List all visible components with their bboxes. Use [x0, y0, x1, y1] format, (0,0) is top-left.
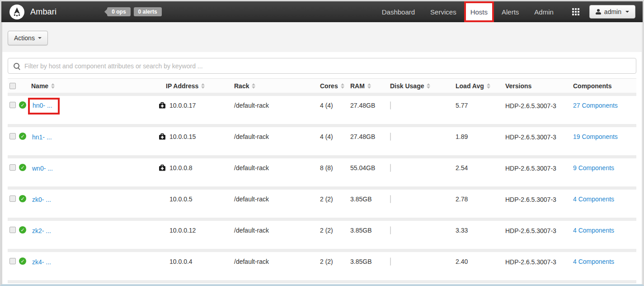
- column-header-rack[interactable]: Rack: [230, 82, 316, 90]
- host-name-link[interactable]: hn0- ...: [33, 102, 52, 109]
- nav-link-services[interactable]: Services: [423, 1, 464, 22]
- host-version: HDP-2.6.5.3007-3: [505, 195, 556, 205]
- actions-toolbar: Actions: [2, 22, 642, 52]
- host-ip: 10.0.0.15: [169, 132, 196, 142]
- table-row: ✓ zk2- ... 10.0.0.12 /default-rack 2 (2)…: [8, 221, 636, 252]
- host-ram: 27.48GB: [346, 132, 386, 142]
- brand-title: Ambari: [30, 7, 56, 17]
- host-ip: 10.0.0.8: [169, 163, 193, 173]
- host-name-link[interactable]: hn1- ...: [32, 133, 52, 141]
- sort-icon[interactable]: [252, 83, 255, 89]
- actions-label: Actions: [14, 34, 35, 42]
- status-badges: 0 ops 0 alerts: [107, 7, 161, 16]
- host-name-wrap: zk2- ...: [31, 226, 52, 236]
- top-navbar: Ambari 0 ops 0 alerts DashboardServicesH…: [1, 1, 643, 22]
- sort-icon[interactable]: [341, 83, 344, 89]
- row-checkbox[interactable]: [9, 258, 16, 264]
- host-ram: 3.85GB: [346, 257, 386, 267]
- sort-icon[interactable]: [427, 83, 430, 89]
- column-header-versions[interactable]: Versions: [502, 82, 569, 90]
- host-cores: 2 (2): [316, 195, 346, 204]
- components-link[interactable]: 9 Components: [573, 164, 614, 172]
- host-ram: 3.85GB: [346, 226, 386, 235]
- host-name-link[interactable]: zk4- ...: [32, 258, 51, 266]
- host-ram: 55.04GB: [346, 163, 386, 173]
- health-ok-icon: ✓: [19, 257, 26, 265]
- disk-usage-bar: [390, 164, 391, 172]
- host-name-link[interactable]: zk2- ...: [32, 227, 51, 234]
- sort-icon[interactable]: [367, 83, 371, 89]
- user-menu-button[interactable]: admin: [589, 5, 635, 19]
- medical-kit-icon: [159, 164, 166, 174]
- host-name-link[interactable]: zk0- ...: [32, 196, 51, 203]
- host-version: HDP-2.6.5.3007-3: [505, 163, 556, 173]
- column-header-ip[interactable]: IP Address: [155, 82, 230, 90]
- health-ok-icon: ✓: [19, 101, 26, 109]
- host-ip: 10.0.0.4: [169, 257, 193, 267]
- host-cores: 4 (4): [316, 132, 346, 142]
- medical-kit-icon: [159, 102, 166, 112]
- host-load-avg: 2.54: [452, 163, 502, 173]
- components-link[interactable]: 4 Components: [573, 227, 614, 234]
- row-checkbox[interactable]: [9, 164, 16, 171]
- components-link[interactable]: 4 Components: [573, 258, 614, 265]
- sort-icon[interactable]: [487, 83, 490, 89]
- host-filter-input[interactable]: [8, 58, 636, 74]
- host-version: HDP-2.6.5.3007-3: [505, 132, 556, 142]
- host-name-wrap: hn1- ...: [31, 132, 53, 143]
- table-row: ✓ zk4- ... 10.0.0.4 /default-rack 2 (2) …: [8, 252, 636, 283]
- column-header-disk[interactable]: Disk Usage: [386, 82, 452, 90]
- column-header-ram[interactable]: RAM: [346, 82, 386, 90]
- health-ok-icon: ✓: [19, 164, 26, 171]
- column-header-cores[interactable]: Cores: [316, 82, 346, 90]
- host-load-avg: 2.40: [452, 257, 502, 267]
- alerts-count-badge[interactable]: 0 alerts: [134, 7, 162, 16]
- column-header-load[interactable]: Load Avg: [452, 82, 502, 90]
- app-window: Ambari 0 ops 0 alerts DashboardServicesH…: [0, 0, 644, 286]
- row-checkbox[interactable]: [9, 227, 16, 233]
- column-header-name[interactable]: Name: [28, 82, 155, 90]
- table-row: ✓ wn0- ... 10.0.0.8 /default-rack 8 (8) …: [8, 158, 636, 190]
- table-row: ✓ hn1- ... 10.0.0.15 /default-rack 4 (4)…: [8, 127, 636, 158]
- column-header-components[interactable]: Components: [569, 82, 636, 90]
- sort-icon[interactable]: [201, 83, 205, 89]
- components-link[interactable]: 4 Components: [573, 195, 614, 203]
- row-checkbox[interactable]: [9, 195, 16, 202]
- host-rack: /default-rack: [230, 226, 316, 235]
- host-ram: 27.48GB: [346, 101, 386, 110]
- user-menu-label: admin: [604, 8, 621, 15]
- components-link[interactable]: 27 Components: [573, 102, 618, 109]
- select-all-checkbox[interactable]: [9, 83, 16, 89]
- health-ok-icon: ✓: [19, 133, 26, 140]
- host-cores: 8 (8): [316, 163, 346, 173]
- host-version: HDP-2.6.5.3007-3: [505, 101, 556, 111]
- ops-count-badge[interactable]: 0 ops: [107, 7, 130, 16]
- filter-bar: [2, 52, 642, 78]
- sort-icon[interactable]: [51, 83, 55, 89]
- nav-link-admin[interactable]: Admin: [526, 1, 561, 22]
- hosts-table-header: Name IP Address Rack Cores RAM Disk Usag…: [8, 78, 636, 96]
- components-link[interactable]: 19 Components: [573, 133, 618, 140]
- actions-dropdown-button[interactable]: Actions: [8, 31, 48, 45]
- chevron-down-icon: [625, 11, 629, 13]
- health-ok-icon: ✓: [19, 195, 26, 202]
- nav-link-alerts[interactable]: Alerts: [494, 1, 526, 22]
- disk-usage-bar: [390, 195, 391, 203]
- hosts-table: Name IP Address Rack Cores RAM Disk Usag…: [8, 78, 636, 283]
- host-ip: 10.0.0.12: [169, 226, 196, 235]
- chevron-down-icon: [38, 37, 42, 39]
- ambari-logo-glyph: [11, 6, 23, 18]
- row-checkbox[interactable]: [9, 102, 16, 108]
- page-content: Actions Name IP Address Rack Cores: [1, 22, 643, 284]
- host-rack: /default-rack: [230, 163, 316, 173]
- host-ip: 10.0.0.5: [169, 195, 193, 204]
- nav-link-hosts[interactable]: Hosts: [464, 1, 494, 22]
- nav-link-dashboard[interactable]: Dashboard: [374, 1, 423, 22]
- host-rack: /default-rack: [230, 132, 316, 142]
- row-checkbox[interactable]: [9, 133, 16, 139]
- apps-grid-icon[interactable]: [572, 8, 579, 15]
- host-load-avg: 1.89: [452, 132, 502, 142]
- host-load-avg: 2.78: [452, 195, 502, 204]
- header-checkbox-cell: [8, 83, 28, 89]
- host-name-link[interactable]: wn0- ...: [32, 165, 53, 172]
